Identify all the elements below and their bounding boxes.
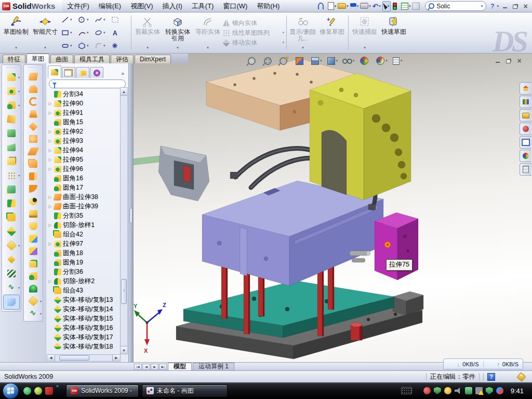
toolbar-button[interactable]: ▾ [24, 232, 43, 245]
dropdown-arrow-icon[interactable]: ▾ [15, 44, 17, 52]
toolbar-button[interactable]: ▾ [2, 98, 21, 112]
dropdown-arrow-icon[interactable]: ▾ [282, 41, 284, 45]
toolbar-button[interactable]: ▾ [24, 270, 43, 282]
messenger-quick-icon[interactable] [23, 387, 31, 395]
toolbar-button[interactable]: ▾ [2, 112, 21, 126]
dropdown-arrow-icon[interactable]: ▾ [335, 4, 337, 8]
tree-item[interactable]: ▷ 拉伸95 [48, 155, 128, 164]
expand-arrow-icon[interactable]: ▷ [48, 223, 52, 228]
expand-arrow-icon[interactable]: ▷ [48, 139, 52, 143]
start-button[interactable] [3, 383, 19, 399]
convert-entities-button[interactable]: 转换实体引用 ▾ [163, 14, 193, 52]
command-tab[interactable]: DimXpert [135, 55, 171, 63]
doc-close-button[interactable] [515, 57, 524, 64]
toolbar-button[interactable]: ▾ [3, 295, 20, 310]
clamp-plate-part[interactable] [310, 73, 411, 200]
tree-item[interactable]: ▷ 实体-移动/复制18 [48, 342, 128, 349]
hud-button[interactable]: ▾ [311, 56, 322, 66]
task-pane-tab[interactable] [520, 123, 531, 135]
tree-item[interactable]: ▷ 圆角18 [48, 248, 128, 258]
display-delete-relations-button[interactable]: 显示/删除几... ▾ [289, 14, 317, 52]
hud-button[interactable]: ▾ [360, 56, 371, 66]
dropdown-arrow-icon[interactable]: ▾ [18, 174, 20, 177]
expand-arrow-icon[interactable]: ▷ [48, 167, 52, 171]
toolbar-button[interactable]: ▾ [24, 145, 43, 157]
tab-scroll-button[interactable]: ▶ [151, 364, 158, 370]
menu-item[interactable]: 视图(V) [126, 0, 157, 12]
tree-item[interactable]: ▷ 曲面-拉伸38 [48, 192, 128, 202]
tree-item[interactable]: ▷ 拉伸96 [48, 164, 128, 174]
toolbar-button[interactable]: ▾ [24, 207, 43, 220]
dropdown-arrow-icon[interactable]: ▾ [385, 59, 388, 63]
toolbar-button[interactable]: ▾ [24, 132, 43, 145]
repair-sketch-button[interactable]: + 修复草图 [318, 14, 346, 52]
hud-button[interactable]: ▾ [327, 56, 338, 66]
toolbar-button[interactable]: ▾ [2, 126, 21, 140]
line-tool[interactable]: ▾ [61, 16, 77, 23]
hud-button[interactable]: ▾ [393, 56, 403, 66]
scroll-right-button[interactable]: ▶ [112, 355, 120, 361]
solidworks-quick-icon[interactable] [45, 387, 53, 395]
offset-entities-button[interactable]: 等距实体 ▾ [194, 14, 222, 52]
dropdown-arrow-icon[interactable]: ▾ [207, 44, 209, 52]
toolbar-button[interactable]: ▾ [24, 307, 43, 320]
expand-arrow-icon[interactable]: ▷ [48, 204, 52, 209]
featuremanager-tab[interactable] [90, 67, 103, 78]
tree-item[interactable]: ▷ 组合43 [48, 286, 128, 295]
hud-button[interactable]: ▾ [376, 56, 388, 66]
expand-arrow-icon[interactable]: ▷ [48, 129, 52, 134]
titlebar-tool[interactable]: ▾ [373, 2, 381, 11]
toolbar-button[interactable]: ▾ [24, 70, 43, 83]
menu-item[interactable]: 文件(F) [62, 0, 94, 12]
tree-item[interactable]: ▷ 实体-移动/复制13 [48, 295, 128, 304]
dropdown-arrow-icon[interactable]: ▾ [357, 4, 359, 8]
scroll-thumb[interactable] [59, 355, 89, 361]
graphics-area[interactable]: Y Z X ▾▾▾▾▾▾▾▾▾▾ 拉伸75 [133, 54, 532, 362]
doc-minimize-button[interactable] [493, 57, 502, 64]
point-tool[interactable] [111, 42, 127, 49]
menu-item[interactable]: 工具(T) [187, 0, 219, 12]
command-tab[interactable]: 曲面 [50, 55, 73, 63]
dropdown-arrow-icon[interactable]: ▾ [282, 31, 284, 35]
command-tab[interactable]: 模具工具 [74, 55, 110, 63]
dropdown-arrow-icon[interactable]: ▾ [18, 286, 20, 289]
tree-item[interactable]: ▷ 拉伸93 [48, 136, 128, 145]
dropdown-arrow-icon[interactable]: ▾ [336, 59, 338, 63]
titlebar-tool[interactable]: ▾ [328, 2, 337, 11]
task-pane-tab[interactable] [520, 163, 531, 176]
window-restore-button[interactable] [511, 2, 520, 10]
scroll-up-button[interactable]: ▲ [121, 88, 127, 96]
command-tab[interactable]: 草图 [26, 54, 49, 63]
tree-item[interactable]: ▷ 实体-移动/复制16 [48, 323, 128, 332]
toolbar-button[interactable]: ▾ [24, 257, 43, 270]
arc-tool[interactable]: ▾ [78, 29, 94, 36]
toolbar-grip[interactable] [6, 66, 17, 69]
dropdown-arrow-icon[interactable]: ▾ [353, 59, 355, 63]
tree-item[interactable]: ▷ 拉伸97 [48, 239, 128, 248]
tags-icon[interactable] [516, 372, 526, 381]
expand-arrow-icon[interactable]: ▷ [48, 242, 52, 246]
menu-item[interactable]: 窗口(W) [218, 0, 252, 12]
taskbar-clock[interactable]: 9:41 [507, 387, 528, 395]
tab-scroll-button[interactable]: ◀ [142, 364, 150, 370]
splitter-handle[interactable] [129, 208, 132, 223]
dropdown-arrow-icon[interactable]: ▾ [40, 299, 42, 303]
toolbar-button[interactable]: ▾ [2, 70, 21, 84]
text-tool[interactable]: A [111, 29, 127, 36]
select-box-tool[interactable] [111, 16, 127, 23]
dropdown-arrow-icon[interactable]: ▾ [401, 59, 403, 63]
short-red-pin-part[interactable] [351, 323, 362, 340]
tree-item[interactable]: ▷ 分割34 [48, 89, 128, 99]
dropdown-arrow-icon[interactable]: ▾ [302, 44, 304, 52]
task-pane-tab[interactable] [520, 96, 531, 108]
featuremanager-tab[interactable] [62, 67, 75, 78]
command-tab[interactable]: 评估 [111, 55, 134, 63]
toolbar-button[interactable]: ▾ [2, 281, 21, 295]
quick-tips-help-button[interactable]: ? [487, 373, 495, 381]
toolbar-button[interactable]: ▾ [24, 157, 43, 170]
hud-button[interactable]: ▾ [248, 56, 259, 66]
dropdown-arrow-icon[interactable]: ▾ [364, 44, 366, 52]
toolbar-button[interactable]: ▾ [24, 182, 43, 195]
sync-status-icon[interactable] [496, 387, 503, 394]
ellipse-tool[interactable]: ▾ [95, 29, 110, 36]
